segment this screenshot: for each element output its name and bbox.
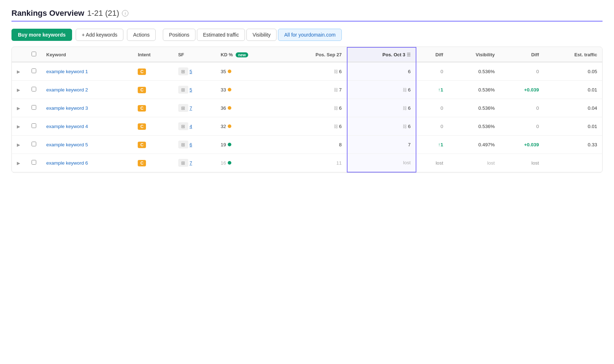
keyword-link[interactable]: example keyword 3 — [46, 105, 88, 111]
vis-diff-cell: lost — [500, 154, 544, 172]
visibility-value: 0.536% — [478, 105, 495, 111]
keyword-link[interactable]: example keyword 1 — [46, 69, 88, 74]
sf-cell: ⊞ 7 — [173, 99, 216, 117]
keyword-link[interactable]: example keyword 5 — [46, 142, 88, 147]
tab-estimated-traffic[interactable]: Estimated traffic — [197, 29, 245, 41]
sf-number[interactable]: 5 — [189, 87, 192, 93]
page-range: 1-21 (21) — [87, 9, 119, 18]
expand-icon[interactable]: ▶ — [17, 88, 22, 93]
sf-number[interactable]: 7 — [189, 105, 192, 111]
row-checkbox-cell[interactable] — [27, 81, 41, 99]
th-vis-diff[interactable]: Diff — [500, 47, 544, 62]
tab-domain[interactable]: All for yourdomain.com — [278, 29, 341, 41]
diff-cell: 0 — [416, 117, 448, 136]
pos-sep27-value: 11 — [336, 160, 342, 166]
th-kd[interactable]: KD % new — [216, 47, 282, 62]
keyword-link[interactable]: example keyword 2 — [46, 87, 88, 93]
sf-cell: ⊞ 4 — [173, 117, 216, 136]
visibility-cell: 0.497% — [448, 136, 500, 154]
diff-cell: 0 — [416, 62, 448, 81]
info-icon[interactable]: i — [122, 10, 128, 16]
pos-sep27-cell: ⛓6 — [282, 62, 347, 81]
th-diff[interactable]: Diff — [416, 47, 448, 62]
row-expander[interactable]: ▶ — [12, 81, 27, 99]
th-intent[interactable]: Intent — [133, 47, 173, 62]
expand-icon[interactable]: ▶ — [17, 142, 22, 147]
est-traffic-value: 0.05 — [588, 69, 597, 74]
row-expander[interactable]: ▶ — [12, 154, 27, 172]
keyword-link[interactable]: example keyword 6 — [46, 160, 88, 166]
th-pos-sep27[interactable]: Pos. Sep 27 — [282, 47, 347, 62]
th-est-traffic[interactable]: Est. traffic — [544, 47, 602, 62]
intent-badge: C — [138, 105, 146, 112]
kd-cell: 33 — [216, 81, 282, 99]
select-all-checkbox[interactable] — [32, 52, 36, 56]
diff-cell: lost — [416, 154, 448, 172]
row-checkbox[interactable] — [32, 123, 36, 128]
th-sf[interactable]: SF — [173, 47, 216, 62]
pos-oct3-value: 7 — [408, 142, 411, 147]
sf-cell: ⊞ 5 — [173, 62, 216, 81]
row-checkbox[interactable] — [32, 142, 36, 146]
intent-cell: C — [133, 62, 173, 81]
kd-cell: 35 — [216, 62, 282, 81]
sf-number[interactable]: 4 — [189, 124, 192, 129]
pos-oct3-filter[interactable]: Pos. Oct 3 ☰ — [382, 52, 411, 57]
sf-number[interactable]: 5 — [189, 69, 192, 74]
row-checkbox[interactable] — [32, 105, 36, 110]
tab-positions[interactable]: Positions — [163, 29, 195, 41]
intent-badge: C — [138, 87, 146, 93]
pos-oct3-value: 6 — [408, 69, 411, 74]
actions-button[interactable]: Actions — [127, 29, 156, 41]
est-traffic-cell: 0.04 — [544, 99, 602, 117]
pos-oct3-cell: 7 — [347, 136, 416, 154]
table-row: ▶example keyword 1C⊞ 535 ⛓6600.536%00.05 — [12, 62, 602, 81]
expand-icon[interactable]: ▶ — [17, 106, 22, 111]
row-checkbox[interactable] — [32, 68, 36, 73]
th-pos-oct3[interactable]: Pos. Oct 3 ☰ — [347, 47, 416, 62]
th-keyword[interactable]: Keyword — [41, 47, 133, 62]
pos-sep27-cell: ⛓7 — [282, 81, 347, 99]
expand-icon[interactable]: ▶ — [17, 161, 22, 166]
row-expander[interactable]: ▶ — [12, 99, 27, 117]
row-expander[interactable]: ▶ — [12, 62, 27, 81]
table-row: ▶example keyword 6C⊞ 716 11lostlostlostl… — [12, 154, 602, 172]
visibility-cell: 0.536% — [448, 81, 500, 99]
keyword-link[interactable]: example keyword 4 — [46, 124, 88, 129]
chain-icon: ⛓ — [403, 106, 407, 111]
row-checkbox-cell[interactable] — [27, 117, 41, 136]
kd-dot — [228, 124, 231, 128]
row-expander[interactable]: ▶ — [12, 117, 27, 136]
rankings-table-wrapper: Keyword Intent SF KD % new Pos. Sep 27 — [11, 47, 603, 173]
diff-value: 0 — [440, 124, 443, 129]
tab-visibility[interactable]: Visibility — [246, 29, 277, 41]
vis-diff-value: +0.039 — [524, 87, 539, 93]
kd-value: 19 — [221, 142, 231, 147]
row-checkbox[interactable] — [32, 87, 36, 91]
kd-cell: 16 — [216, 154, 282, 172]
row-expander[interactable]: ▶ — [12, 136, 27, 154]
add-keywords-button[interactable]: + Add keywords — [76, 29, 123, 41]
kd-dot — [228, 106, 231, 110]
th-checkbox[interactable] — [27, 47, 41, 62]
row-checkbox-cell[interactable] — [27, 62, 41, 81]
diff-value: ↑1 — [438, 142, 443, 147]
row-checkbox-cell[interactable] — [27, 154, 41, 172]
visibility-value: lost — [487, 160, 495, 166]
row-checkbox[interactable] — [32, 160, 36, 165]
row-checkbox-cell[interactable] — [27, 99, 41, 117]
expand-icon[interactable]: ▶ — [17, 69, 22, 74]
chain-icon: ⛓ — [334, 106, 338, 111]
th-visibility[interactable]: Visibility — [448, 47, 500, 62]
buy-keywords-button[interactable]: Buy more keywords — [11, 29, 72, 41]
intent-cell: C — [133, 117, 173, 136]
keyword-cell: example keyword 5 — [41, 136, 133, 154]
est-traffic-cell: 0.33 — [544, 136, 602, 154]
row-checkbox-cell[interactable] — [27, 136, 41, 154]
sf-number[interactable]: 6 — [189, 142, 192, 147]
est-traffic-cell: 0.05 — [544, 62, 602, 81]
kd-value: 32 — [221, 124, 231, 129]
sf-number[interactable]: 7 — [189, 160, 192, 166]
vis-diff-value: 0 — [536, 105, 539, 111]
expand-icon[interactable]: ▶ — [17, 124, 22, 129]
